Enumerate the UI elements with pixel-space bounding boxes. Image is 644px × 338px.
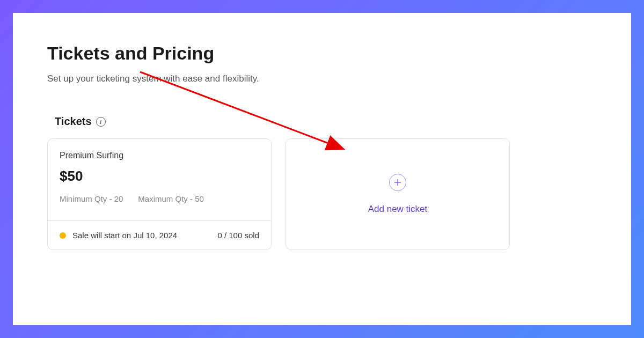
- qty-row: Minimum Qty - 20 Maximum Qty - 50: [60, 194, 259, 203]
- ticket-card-footer: Sale will start on Jul 10, 2024 0 / 100 …: [48, 221, 271, 249]
- sale-status: Sale will start on Jul 10, 2024: [60, 231, 177, 240]
- section-title: Tickets: [55, 115, 92, 128]
- max-qty-label: Maximum Qty - 50: [138, 194, 204, 203]
- ticket-price: $50: [60, 168, 259, 185]
- ticket-card-body: Premium Surfing $50 Minimum Qty - 20 Max…: [48, 139, 271, 221]
- sold-count: 0 / 100 sold: [217, 231, 259, 240]
- cards-row: Premium Surfing $50 Minimum Qty - 20 Max…: [47, 138, 597, 250]
- add-new-ticket-label: Add new ticket: [368, 204, 428, 215]
- status-dot-icon: [60, 232, 66, 239]
- plus-icon: [389, 174, 406, 191]
- min-qty-label: Minimum Qty - 20: [60, 194, 123, 203]
- sale-status-text: Sale will start on Jul 10, 2024: [72, 231, 177, 240]
- page-container: Tickets and Pricing Set up your ticketin…: [13, 13, 631, 325]
- info-icon[interactable]: i: [96, 117, 106, 127]
- section-header: Tickets i: [55, 115, 597, 128]
- add-new-ticket-button[interactable]: Add new ticket: [286, 138, 510, 250]
- ticket-name: Premium Surfing: [60, 151, 259, 160]
- ticket-card[interactable]: Premium Surfing $50 Minimum Qty - 20 Max…: [47, 138, 272, 250]
- page-subtitle: Set up your ticketing system with ease a…: [47, 74, 597, 84]
- page-title: Tickets and Pricing: [47, 43, 597, 64]
